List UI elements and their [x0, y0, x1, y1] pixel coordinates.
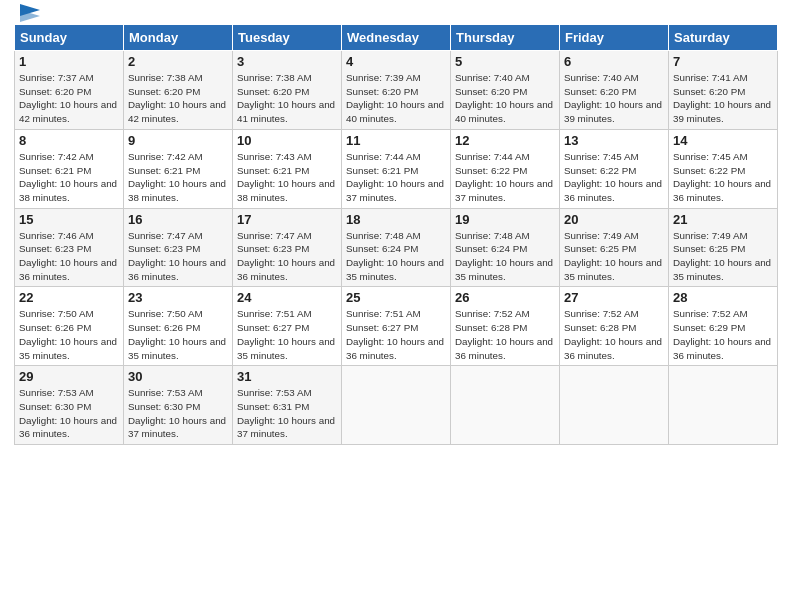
day-info: Sunrise: 7:52 AM Sunset: 6:29 PM Dayligh… [673, 307, 773, 362]
calendar-cell: 11Sunrise: 7:44 AM Sunset: 6:21 PM Dayli… [342, 129, 451, 208]
calendar-week-row: 1Sunrise: 7:37 AM Sunset: 6:20 PM Daylig… [15, 51, 778, 130]
day-number: 30 [128, 369, 228, 384]
day-number: 22 [19, 290, 119, 305]
calendar-cell: 4Sunrise: 7:39 AM Sunset: 6:20 PM Daylig… [342, 51, 451, 130]
day-of-week-header: Saturday [669, 25, 778, 51]
day-info: Sunrise: 7:44 AM Sunset: 6:21 PM Dayligh… [346, 150, 446, 205]
calendar-cell: 18Sunrise: 7:48 AM Sunset: 6:24 PM Dayli… [342, 208, 451, 287]
calendar-cell: 23Sunrise: 7:50 AM Sunset: 6:26 PM Dayli… [124, 287, 233, 366]
day-number: 10 [237, 133, 337, 148]
day-number: 25 [346, 290, 446, 305]
calendar-cell: 15Sunrise: 7:46 AM Sunset: 6:23 PM Dayli… [15, 208, 124, 287]
calendar-cell: 16Sunrise: 7:47 AM Sunset: 6:23 PM Dayli… [124, 208, 233, 287]
day-info: Sunrise: 7:42 AM Sunset: 6:21 PM Dayligh… [128, 150, 228, 205]
calendar-cell: 9Sunrise: 7:42 AM Sunset: 6:21 PM Daylig… [124, 129, 233, 208]
logo-line [14, 10, 40, 22]
day-number: 15 [19, 212, 119, 227]
calendar-cell: 3Sunrise: 7:38 AM Sunset: 6:20 PM Daylig… [233, 51, 342, 130]
day-info: Sunrise: 7:50 AM Sunset: 6:26 PM Dayligh… [128, 307, 228, 362]
day-info: Sunrise: 7:50 AM Sunset: 6:26 PM Dayligh… [19, 307, 119, 362]
day-number: 28 [673, 290, 773, 305]
calendar-cell: 1Sunrise: 7:37 AM Sunset: 6:20 PM Daylig… [15, 51, 124, 130]
day-number: 18 [346, 212, 446, 227]
day-of-week-header: Sunday [15, 25, 124, 51]
calendar-cell: 13Sunrise: 7:45 AM Sunset: 6:22 PM Dayli… [560, 129, 669, 208]
day-number: 7 [673, 54, 773, 69]
calendar-cell: 7Sunrise: 7:41 AM Sunset: 6:20 PM Daylig… [669, 51, 778, 130]
calendar-cell: 20Sunrise: 7:49 AM Sunset: 6:25 PM Dayli… [560, 208, 669, 287]
day-number: 21 [673, 212, 773, 227]
day-number: 3 [237, 54, 337, 69]
day-info: Sunrise: 7:41 AM Sunset: 6:20 PM Dayligh… [673, 71, 773, 126]
calendar-cell [342, 366, 451, 445]
calendar-cell: 6Sunrise: 7:40 AM Sunset: 6:20 PM Daylig… [560, 51, 669, 130]
day-info: Sunrise: 7:39 AM Sunset: 6:20 PM Dayligh… [346, 71, 446, 126]
calendar-week-row: 22Sunrise: 7:50 AM Sunset: 6:26 PM Dayli… [15, 287, 778, 366]
page-container: SundayMondayTuesdayWednesdayThursdayFrid… [0, 0, 792, 451]
day-number: 9 [128, 133, 228, 148]
day-number: 6 [564, 54, 664, 69]
calendar-cell: 5Sunrise: 7:40 AM Sunset: 6:20 PM Daylig… [451, 51, 560, 130]
calendar-week-row: 8Sunrise: 7:42 AM Sunset: 6:21 PM Daylig… [15, 129, 778, 208]
day-number: 17 [237, 212, 337, 227]
calendar-cell: 12Sunrise: 7:44 AM Sunset: 6:22 PM Dayli… [451, 129, 560, 208]
day-of-week-header: Thursday [451, 25, 560, 51]
day-number: 13 [564, 133, 664, 148]
calendar-cell: 29Sunrise: 7:53 AM Sunset: 6:30 PM Dayli… [15, 366, 124, 445]
day-info: Sunrise: 7:38 AM Sunset: 6:20 PM Dayligh… [128, 71, 228, 126]
calendar-week-row: 29Sunrise: 7:53 AM Sunset: 6:30 PM Dayli… [15, 366, 778, 445]
day-number: 31 [237, 369, 337, 384]
calendar-week-row: 15Sunrise: 7:46 AM Sunset: 6:23 PM Dayli… [15, 208, 778, 287]
calendar-cell: 31Sunrise: 7:53 AM Sunset: 6:31 PM Dayli… [233, 366, 342, 445]
day-info: Sunrise: 7:48 AM Sunset: 6:24 PM Dayligh… [346, 229, 446, 284]
calendar-cell: 17Sunrise: 7:47 AM Sunset: 6:23 PM Dayli… [233, 208, 342, 287]
calendar-cell: 14Sunrise: 7:45 AM Sunset: 6:22 PM Dayli… [669, 129, 778, 208]
logo [14, 10, 40, 16]
day-info: Sunrise: 7:53 AM Sunset: 6:30 PM Dayligh… [128, 386, 228, 441]
day-info: Sunrise: 7:45 AM Sunset: 6:22 PM Dayligh… [673, 150, 773, 205]
day-info: Sunrise: 7:40 AM Sunset: 6:20 PM Dayligh… [455, 71, 555, 126]
day-info: Sunrise: 7:51 AM Sunset: 6:27 PM Dayligh… [346, 307, 446, 362]
day-number: 14 [673, 133, 773, 148]
calendar-cell: 10Sunrise: 7:43 AM Sunset: 6:21 PM Dayli… [233, 129, 342, 208]
day-info: Sunrise: 7:38 AM Sunset: 6:20 PM Dayligh… [237, 71, 337, 126]
day-number: 5 [455, 54, 555, 69]
day-info: Sunrise: 7:44 AM Sunset: 6:22 PM Dayligh… [455, 150, 555, 205]
day-number: 24 [237, 290, 337, 305]
day-info: Sunrise: 7:45 AM Sunset: 6:22 PM Dayligh… [564, 150, 664, 205]
calendar-cell [669, 366, 778, 445]
calendar-cell: 27Sunrise: 7:52 AM Sunset: 6:28 PM Dayli… [560, 287, 669, 366]
calendar-cell: 26Sunrise: 7:52 AM Sunset: 6:28 PM Dayli… [451, 287, 560, 366]
day-number: 11 [346, 133, 446, 148]
day-info: Sunrise: 7:52 AM Sunset: 6:28 PM Dayligh… [455, 307, 555, 362]
day-info: Sunrise: 7:49 AM Sunset: 6:25 PM Dayligh… [564, 229, 664, 284]
day-number: 8 [19, 133, 119, 148]
day-info: Sunrise: 7:53 AM Sunset: 6:30 PM Dayligh… [19, 386, 119, 441]
day-info: Sunrise: 7:52 AM Sunset: 6:28 PM Dayligh… [564, 307, 664, 362]
day-info: Sunrise: 7:49 AM Sunset: 6:25 PM Dayligh… [673, 229, 773, 284]
calendar-cell: 8Sunrise: 7:42 AM Sunset: 6:21 PM Daylig… [15, 129, 124, 208]
day-info: Sunrise: 7:47 AM Sunset: 6:23 PM Dayligh… [237, 229, 337, 284]
day-info: Sunrise: 7:46 AM Sunset: 6:23 PM Dayligh… [19, 229, 119, 284]
calendar-header-row: SundayMondayTuesdayWednesdayThursdayFrid… [15, 25, 778, 51]
calendar-cell: 21Sunrise: 7:49 AM Sunset: 6:25 PM Dayli… [669, 208, 778, 287]
day-info: Sunrise: 7:48 AM Sunset: 6:24 PM Dayligh… [455, 229, 555, 284]
day-number: 4 [346, 54, 446, 69]
header [14, 10, 778, 16]
day-number: 23 [128, 290, 228, 305]
calendar-cell: 24Sunrise: 7:51 AM Sunset: 6:27 PM Dayli… [233, 287, 342, 366]
day-of-week-header: Wednesday [342, 25, 451, 51]
day-number: 16 [128, 212, 228, 227]
day-number: 20 [564, 212, 664, 227]
day-number: 26 [455, 290, 555, 305]
day-info: Sunrise: 7:37 AM Sunset: 6:20 PM Dayligh… [19, 71, 119, 126]
calendar-cell [451, 366, 560, 445]
calendar-cell: 22Sunrise: 7:50 AM Sunset: 6:26 PM Dayli… [15, 287, 124, 366]
calendar-cell: 25Sunrise: 7:51 AM Sunset: 6:27 PM Dayli… [342, 287, 451, 366]
day-number: 29 [19, 369, 119, 384]
calendar-cell: 19Sunrise: 7:48 AM Sunset: 6:24 PM Dayli… [451, 208, 560, 287]
logo-flag-icon [16, 4, 40, 22]
day-of-week-header: Friday [560, 25, 669, 51]
calendar-cell: 28Sunrise: 7:52 AM Sunset: 6:29 PM Dayli… [669, 287, 778, 366]
calendar-table: SundayMondayTuesdayWednesdayThursdayFrid… [14, 24, 778, 445]
